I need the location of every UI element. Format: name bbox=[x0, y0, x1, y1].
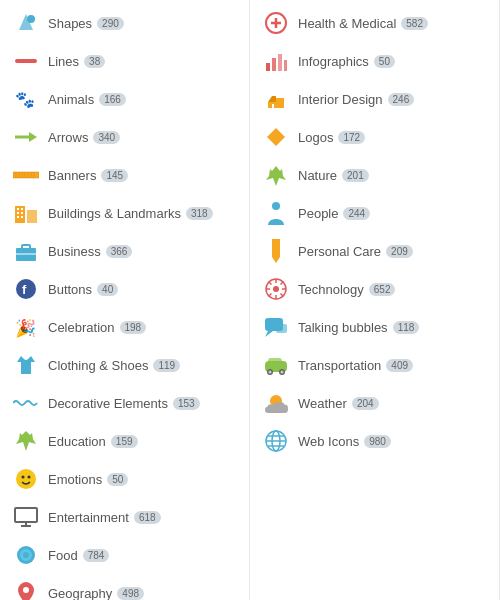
category-count: 172 bbox=[338, 131, 365, 144]
category-item-weather[interactable]: Weather 204 bbox=[250, 384, 499, 422]
category-count: 784 bbox=[83, 549, 110, 562]
category-item-health[interactable]: Health & Medical 582 bbox=[250, 4, 499, 42]
svg-marker-58 bbox=[265, 331, 273, 337]
category-item-webicons[interactable]: Web Icons 980 bbox=[250, 422, 499, 460]
svg-point-35 bbox=[23, 552, 29, 558]
category-label: Shapes bbox=[48, 16, 92, 31]
category-item-interior[interactable]: Interior Design 246 bbox=[250, 80, 499, 118]
category-label: Personal Care bbox=[298, 244, 381, 259]
animals-icon: 🐾 bbox=[10, 85, 42, 113]
emotions-icon bbox=[10, 465, 42, 493]
svg-point-64 bbox=[269, 371, 272, 374]
category-item-food[interactable]: Food 784 bbox=[0, 536, 249, 574]
category-item-shapes[interactable]: Shapes 290 bbox=[0, 4, 249, 42]
lines-icon bbox=[15, 59, 37, 63]
svg-rect-40 bbox=[266, 63, 270, 71]
buttons-icon: f bbox=[10, 275, 42, 303]
category-count: 290 bbox=[97, 17, 124, 30]
category-item-buttons[interactable]: f Buttons 40 bbox=[0, 270, 249, 308]
category-count: 340 bbox=[93, 131, 120, 144]
category-count: 244 bbox=[343, 207, 370, 220]
category-count: 318 bbox=[186, 207, 213, 220]
category-item-transportation[interactable]: Transportation 409 bbox=[250, 346, 499, 384]
infographics-icon bbox=[260, 47, 292, 75]
category-item-talking[interactable]: Talking bubbles 118 bbox=[250, 308, 499, 346]
technology-icon bbox=[260, 275, 292, 303]
category-label: Transportation bbox=[298, 358, 381, 373]
category-item-people[interactable]: People 244 bbox=[250, 194, 499, 232]
svg-marker-44 bbox=[267, 128, 285, 146]
svg-point-45 bbox=[272, 202, 280, 210]
category-count: 119 bbox=[153, 359, 180, 372]
category-label: Food bbox=[48, 548, 78, 563]
left-column: Shapes 290 Lines 38 🐾 Animals 166 Arrows… bbox=[0, 0, 250, 600]
category-item-animals[interactable]: 🐾 Animals 166 bbox=[0, 80, 249, 118]
category-item-celebration[interactable]: 🎉 Celebration 198 bbox=[0, 308, 249, 346]
category-count: 409 bbox=[386, 359, 413, 372]
svg-rect-16 bbox=[21, 208, 23, 210]
svg-text:🐾: 🐾 bbox=[15, 90, 35, 109]
svg-rect-17 bbox=[17, 212, 19, 214]
category-count: 50 bbox=[107, 473, 128, 486]
category-item-personal[interactable]: Personal Care 209 bbox=[250, 232, 499, 270]
category-item-decorative[interactable]: Decorative Elements 153 bbox=[0, 384, 249, 422]
category-item-emotions[interactable]: Emotions 50 bbox=[0, 460, 249, 498]
category-item-infographics[interactable]: Infographics 50 bbox=[250, 42, 499, 80]
category-label: Business bbox=[48, 244, 101, 259]
transportation-icon bbox=[260, 351, 292, 379]
arrows-icon bbox=[10, 123, 42, 151]
category-count: 582 bbox=[401, 17, 428, 30]
category-count: 198 bbox=[120, 321, 147, 334]
category-label: Weather bbox=[298, 396, 347, 411]
category-item-nature[interactable]: Nature 201 bbox=[250, 156, 499, 194]
category-item-technology[interactable]: Technology 652 bbox=[250, 270, 499, 308]
category-label: Banners bbox=[48, 168, 96, 183]
category-label: Technology bbox=[298, 282, 364, 297]
decorative-icon bbox=[10, 389, 42, 417]
category-item-entertainment[interactable]: Entertainment 618 bbox=[0, 498, 249, 536]
category-label: Nature bbox=[298, 168, 337, 183]
category-item-geography[interactable]: Geography 498 bbox=[0, 574, 249, 600]
category-label: Celebration bbox=[48, 320, 115, 335]
lines-icon bbox=[10, 47, 42, 75]
category-item-education[interactable]: Education 159 bbox=[0, 422, 249, 460]
svg-point-29 bbox=[28, 476, 31, 479]
category-count: 50 bbox=[374, 55, 395, 68]
weather-icon bbox=[260, 389, 292, 417]
shapes-icon bbox=[10, 9, 42, 37]
svg-rect-61 bbox=[268, 358, 282, 365]
category-item-banners[interactable]: Banners 145 bbox=[0, 156, 249, 194]
people-icon bbox=[260, 199, 292, 227]
svg-rect-42 bbox=[278, 54, 282, 71]
category-label: Buttons bbox=[48, 282, 92, 297]
category-label: Health & Medical bbox=[298, 16, 396, 31]
clothing-icon bbox=[10, 351, 42, 379]
category-label: Web Icons bbox=[298, 434, 359, 449]
svg-point-48 bbox=[273, 286, 279, 292]
category-item-lines[interactable]: Lines 38 bbox=[0, 42, 249, 80]
category-count: 159 bbox=[111, 435, 138, 448]
food-icon bbox=[10, 541, 42, 569]
svg-rect-15 bbox=[17, 208, 19, 210]
category-item-clothing[interactable]: Clothing & Shoes 119 bbox=[0, 346, 249, 384]
category-count: 246 bbox=[388, 93, 415, 106]
category-item-arrows[interactable]: Arrows 340 bbox=[0, 118, 249, 156]
category-item-buildings[interactable]: Buildings & Landmarks 318 bbox=[0, 194, 249, 232]
category-label: Lines bbox=[48, 54, 79, 69]
svg-point-27 bbox=[16, 469, 36, 489]
category-count: 145 bbox=[101, 169, 128, 182]
category-count: 153 bbox=[173, 397, 200, 410]
svg-rect-59 bbox=[276, 324, 287, 333]
category-label: Decorative Elements bbox=[48, 396, 168, 411]
category-label: Arrows bbox=[48, 130, 88, 145]
category-label: Infographics bbox=[298, 54, 369, 69]
category-label: Geography bbox=[48, 586, 112, 601]
svg-rect-14 bbox=[27, 210, 37, 223]
category-item-business[interactable]: Business 366 bbox=[0, 232, 249, 270]
buildings-icon bbox=[10, 199, 42, 227]
svg-point-65 bbox=[281, 371, 284, 374]
category-count: 38 bbox=[84, 55, 105, 68]
category-item-logos[interactable]: Logos 172 bbox=[250, 118, 499, 156]
category-count: 652 bbox=[369, 283, 396, 296]
category-label: Buildings & Landmarks bbox=[48, 206, 181, 221]
